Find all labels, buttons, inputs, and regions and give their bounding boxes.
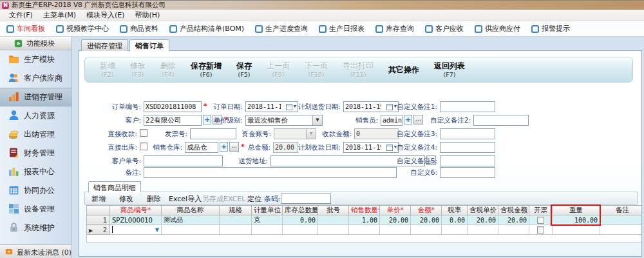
- detail-excel-import-button[interactable]: Excel导入: [169, 194, 202, 204]
- sidebar-item-8[interactable]: 设备管理: [0, 200, 71, 219]
- grid-cell-r1-c10[interactable]: [468, 225, 498, 235]
- grid-column-header-13[interactable]: 重量: [553, 206, 600, 215]
- remark-input[interactable]: [144, 167, 397, 178]
- toolbar-button-其它操作[interactable]: 其它操作: [383, 57, 425, 82]
- grid-column-header-1[interactable]: 商品名称: [162, 206, 220, 215]
- grid-cell-r1-c7[interactable]: [380, 225, 411, 235]
- tab-sales-order[interactable]: 销售订单: [129, 39, 169, 52]
- grid-cell-r1-c9[interactable]: [442, 225, 468, 235]
- sidebar-item-0[interactable]: 生产模块: [0, 50, 71, 69]
- detail-delete-button[interactable]: 删除: [147, 194, 161, 204]
- grid-cell-r0-c6[interactable]: 1.00: [349, 215, 380, 225]
- detail-grid[interactable]: 商品编号*商品名称规格计量单位库存总数量批号销售数量*单价*金额*税率含税单价含…: [86, 205, 642, 243]
- salesman-input[interactable]: admin: [381, 115, 402, 126]
- detail-add-button[interactable]: 新增: [91, 194, 106, 204]
- customer-input[interactable]: 22有限公司: [144, 115, 202, 126]
- grid-column-header-12[interactable]: 开票: [529, 206, 553, 215]
- grid-cell-r1-c3[interactable]: [252, 225, 283, 235]
- quickbar-item-9[interactable]: 报警提示: [531, 24, 570, 34]
- custom2-input[interactable]: [473, 115, 529, 126]
- grid-cell-r0-c9[interactable]: 0.00: [442, 215, 468, 225]
- sidebar-footer-messages[interactable]: 最新未读消息 (0): [0, 244, 71, 258]
- quickbar-item-5[interactable]: 生产日报表: [319, 24, 365, 34]
- grid-column-header-6[interactable]: 销售数量*: [349, 206, 380, 215]
- customer-order-no-input[interactable]: [144, 155, 223, 166]
- grid-column-header-4[interactable]: 库存总数量: [283, 206, 318, 215]
- toolbar-button-返回列表[interactable]: 返回列表(F7): [428, 61, 471, 79]
- sidebar-item-9[interactable]: 系统维护: [0, 219, 71, 237]
- grid-cell-r0-c0[interactable]: SPZL000010: [110, 215, 162, 225]
- invoice-checkbox[interactable]: [537, 226, 544, 233]
- detail-edit-button[interactable]: 修改: [119, 194, 133, 204]
- sidebar-item-6[interactable]: 报表中心: [0, 163, 71, 181]
- grid-column-header-5[interactable]: 批号: [318, 206, 349, 215]
- grid-column-header-2[interactable]: 规格: [220, 206, 252, 215]
- warehouse-add-button[interactable]: +: [220, 142, 228, 152]
- quickbar-item-8[interactable]: 供应商应付: [475, 24, 520, 34]
- grid-row-1[interactable]: 1SPZL000010测试品克0.001.0020.0020.000.0020.…: [87, 215, 643, 225]
- grid-cell-r1-c12[interactable]: [529, 225, 553, 235]
- grid-cell-r1-c11[interactable]: [498, 225, 529, 235]
- sidebar-item-5[interactable]: 财务管理: [0, 144, 71, 163]
- toolbar-button-保存新增[interactable]: 保存新增(F6): [185, 61, 227, 79]
- grid-cell-r1-c8[interactable]: [411, 225, 442, 235]
- invoice-checkbox[interactable]: [537, 217, 544, 224]
- grid-row-2[interactable]: ▶2▼: [87, 225, 643, 235]
- quickbar-item-6[interactable]: 库存查询: [375, 24, 414, 34]
- grid-cell-r0-c4[interactable]: 0.00: [283, 215, 318, 225]
- grid-cell-r1-c2[interactable]: [220, 225, 252, 235]
- salesman-add-button[interactable]: +: [404, 115, 412, 124]
- grid-cell-r1-c4[interactable]: [283, 225, 318, 235]
- price-level-select[interactable]: 最近次销售价▼: [245, 115, 323, 126]
- menu-module-import[interactable]: 模块导入(E): [81, 10, 130, 20]
- grid-cell-r1-c0[interactable]: ▼: [110, 225, 162, 235]
- grid-cell-r0-c8[interactable]: 20.00: [411, 215, 442, 225]
- grid-cell-r0-c2[interactable]: [220, 215, 252, 225]
- quickbar-item-1[interactable]: 视频教学中心: [56, 24, 109, 34]
- order-date-input[interactable]: 2018-11-19▼: [245, 101, 298, 112]
- sidebar-item-1[interactable]: 客户供应商: [0, 69, 71, 88]
- sidebar-item-3[interactable]: 人力资源: [0, 106, 71, 125]
- grid-column-header-11[interactable]: 含税金额: [498, 206, 529, 215]
- custom1-input[interactable]: [440, 101, 495, 112]
- grid-cell-r1-c6[interactable]: [349, 225, 380, 235]
- detail-locate-button[interactable]: 定位: [247, 194, 261, 204]
- quickbar-item-7[interactable]: 客户应收: [425, 24, 464, 34]
- grid-cell-r0-c14[interactable]: [600, 215, 643, 225]
- grid-column-header-8[interactable]: 金额*: [411, 206, 442, 215]
- menu-main[interactable]: 主菜单(M): [38, 10, 81, 20]
- tab-inventory-management[interactable]: 进销存管理: [81, 39, 128, 51]
- grid-cell-r0-c3[interactable]: 克: [252, 215, 283, 225]
- direct-outbound-checkbox[interactable]: [140, 143, 147, 150]
- grid-column-header-9[interactable]: 税率: [442, 206, 468, 215]
- chevron-down-icon[interactable]: ▼: [155, 226, 159, 234]
- custom6-input[interactable]: [440, 167, 495, 178]
- toolbar-button-保存[interactable]: 保存(F5): [231, 61, 258, 79]
- tab-sales-item-detail[interactable]: 销售商品明细: [88, 181, 141, 192]
- grid-cell-r0-c11[interactable]: 20.00: [498, 215, 529, 225]
- menu-help[interactable]: 帮助(H): [130, 10, 166, 20]
- direct-receipt-checkbox[interactable]: [140, 129, 147, 137]
- sidebar-item-2[interactable]: 进销存管理: [0, 88, 71, 106]
- grid-cell-r0-c7[interactable]: 20.00: [380, 215, 411, 225]
- sidebar-item-4[interactable]: 出纳管理: [0, 125, 71, 144]
- grid-column-header-3[interactable]: 计量单位: [252, 206, 283, 215]
- grid-column-header-7[interactable]: 单价*: [380, 206, 411, 215]
- grid-cell-r0-c5[interactable]: [318, 215, 349, 225]
- invoice-no-input[interactable]: [190, 128, 236, 139]
- grid-cell-r1-c13[interactable]: [553, 225, 600, 235]
- menu-file[interactable]: 文件(F): [4, 10, 38, 20]
- order-no-input[interactable]: XSDD201811008: [144, 101, 202, 112]
- warehouse-lookup-button[interactable]: ...: [229, 142, 239, 152]
- warehouse-input[interactable]: 成品仓: [185, 142, 218, 153]
- grid-column-header-0[interactable]: 商品编号*: [110, 206, 162, 215]
- custom4-input[interactable]: [440, 142, 495, 153]
- grid-cell-r0-c13[interactable]: 100.00: [553, 215, 600, 225]
- grid-cell-r1-c1[interactable]: [162, 225, 220, 235]
- sidebar-item-7[interactable]: 协同办公: [0, 181, 71, 200]
- quickbar-item-3[interactable]: 产品结构清单(BOM): [169, 24, 244, 34]
- grid-cell-r0-c1[interactable]: 测试品: [162, 215, 220, 225]
- grid-cell-r0-c10[interactable]: 20.00: [468, 215, 498, 225]
- grid-column-header-10[interactable]: 含税单价: [468, 206, 498, 215]
- quickbar-item-2[interactable]: 商品资料: [120, 24, 158, 34]
